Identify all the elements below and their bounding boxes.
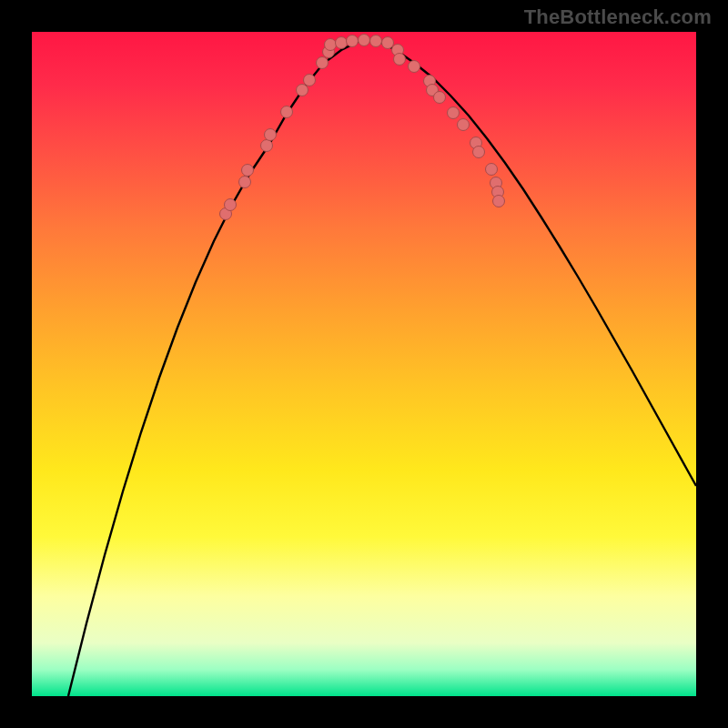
plot-area bbox=[32, 32, 696, 696]
data-point-marker bbox=[433, 91, 446, 104]
data-point-marker bbox=[264, 128, 277, 141]
data-point-marker bbox=[358, 34, 370, 46]
curve-layer bbox=[32, 32, 696, 696]
data-point-marker bbox=[485, 163, 498, 176]
chart-frame: TheBottleneck.com bbox=[0, 0, 728, 728]
watermark-text: TheBottleneck.com bbox=[524, 5, 712, 29]
bottleneck-curve bbox=[68, 41, 696, 696]
data-point-marker bbox=[369, 35, 382, 47]
data-point-marker bbox=[492, 195, 505, 207]
data-point-marker bbox=[346, 35, 359, 47]
data-point-marker bbox=[241, 164, 254, 177]
data-point-marker bbox=[447, 106, 460, 119]
data-point-marker bbox=[472, 146, 485, 158]
data-point-marker bbox=[316, 56, 329, 69]
data-point-marker bbox=[260, 139, 273, 152]
data-point-marker bbox=[224, 198, 237, 211]
data-point-marker bbox=[238, 176, 251, 188]
data-point-marker bbox=[303, 74, 316, 86]
data-point-marker bbox=[457, 118, 470, 131]
data-point-marker bbox=[408, 60, 420, 73]
data-point-marker bbox=[393, 53, 406, 66]
data-point-marker bbox=[280, 106, 293, 118]
